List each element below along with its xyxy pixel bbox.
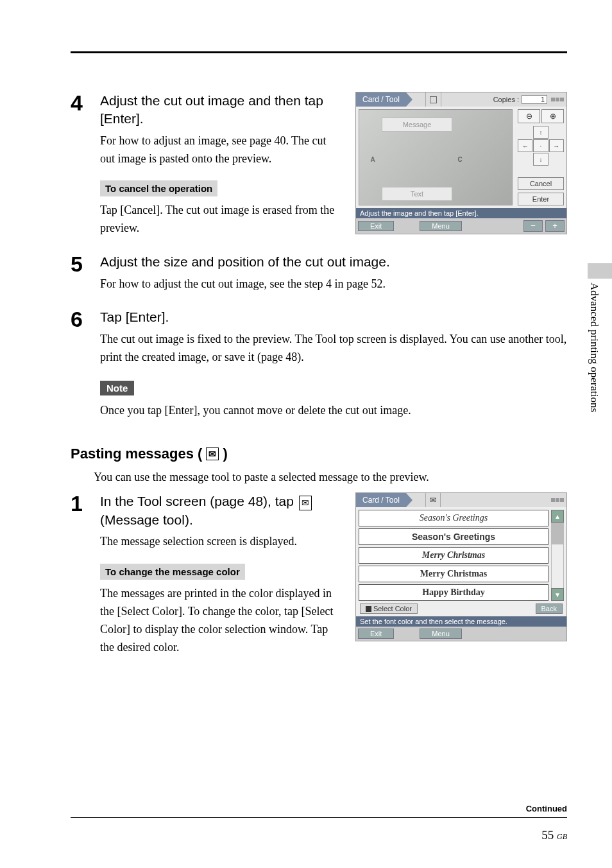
step-6-body: The cut out image is fixed to the previe… (100, 331, 567, 367)
pasting-heading-end: ) (223, 446, 227, 462)
page-number: 55 GB (71, 828, 567, 842)
pan-right-button[interactable]: → (549, 139, 564, 152)
cancel-button[interactable]: Cancel (518, 177, 564, 190)
pan-controls: ↑ ←·→ ↓ (518, 126, 564, 166)
minus-button[interactable]: − (523, 220, 543, 232)
cancel-heading: To cancel the operation (100, 180, 217, 196)
step-1b-title-b: (Message tool). (100, 512, 193, 527)
text-placeholder[interactable]: Text (382, 187, 452, 201)
note-label: Note (100, 381, 134, 395)
message-tool-icon-inline: ✉ (299, 496, 312, 510)
change-color-body: The messages are printed in the color di… (100, 585, 340, 657)
message-placeholder[interactable]: Message (382, 117, 452, 132)
message-tool-icon: ✉ (206, 447, 219, 460)
back-button[interactable]: Back (536, 603, 563, 614)
screenshot-adjust-image: Card / Tool Copies : 1 Message A C Text (355, 92, 567, 234)
plus-button[interactable]: + (545, 220, 565, 232)
ss2-tab[interactable]: Card / Tool (356, 493, 406, 507)
step-6-number: 6 (71, 308, 100, 426)
pasting-heading: Pasting messages ( ✉ ) (71, 446, 567, 462)
status-squares-icon (551, 98, 564, 101)
ss2-status-bar: Set the font color and then select the m… (356, 616, 566, 627)
list-item[interactable]: Merry Christmas (359, 547, 548, 564)
step-4-number: 4 (71, 92, 100, 244)
top-rule (71, 51, 567, 53)
step-5-body: For how to adjust the cut out image, see… (100, 275, 567, 293)
exit-button[interactable]: Exit (358, 629, 394, 639)
preview-area[interactable]: Message A C Text (359, 109, 513, 205)
copies-value[interactable]: 1 (522, 95, 547, 104)
scroll-down-button[interactable]: ▼ (551, 588, 564, 601)
tab-arrow-icon (406, 493, 412, 507)
zoom-out-button[interactable]: ⊖ (518, 109, 540, 123)
pan-center-button[interactable]: · (533, 139, 548, 152)
status-squares-icon (551, 498, 564, 502)
tab-arrow-icon (406, 92, 412, 107)
list-item[interactable]: Season's Greetings (359, 528, 548, 545)
step-1b-title-a: In the Tool screen (page 48), tap (100, 494, 298, 508)
scroll-track[interactable] (551, 523, 564, 588)
select-color-button[interactable]: Select Color (360, 603, 418, 614)
step-4-title: Adjust the cut out image and then tap [E… (100, 92, 340, 128)
step-1b-number: 1 (71, 492, 100, 663)
list-item[interactable]: Merry Christmas (359, 566, 548, 582)
step-5-title: Adjust the size and position of the cut … (100, 253, 567, 271)
menu-button[interactable]: Menu (420, 221, 462, 231)
page-number-value: 55 (541, 828, 554, 842)
continued-label: Continued (71, 804, 567, 818)
list-item[interactable]: Season's Greetings (359, 510, 548, 526)
list-item[interactable]: Happy Birthday (359, 584, 548, 601)
select-color-label: Select Color (373, 605, 412, 612)
message-icon: ✉ (425, 493, 441, 507)
menu-button[interactable]: Menu (420, 629, 462, 639)
handle-c[interactable]: C (455, 155, 464, 164)
scroll-up-button[interactable]: ▲ (551, 510, 564, 523)
step-1b-title: In the Tool screen (page 48), tap ✉ (Mes… (100, 492, 340, 529)
pasting-intro: You can use the message tool to paste a … (94, 469, 567, 487)
step-4-body: For how to adjust an image, see page 40.… (100, 132, 340, 168)
color-swatch-icon (366, 606, 371, 612)
pan-up-button[interactable]: ↑ (533, 126, 548, 139)
change-color-heading: To change the message color (100, 564, 245, 580)
note-body: Once you tap [Enter], you cannot move or… (100, 402, 567, 420)
exit-button[interactable]: Exit (358, 221, 394, 231)
pasting-heading-text: Pasting messages ( (71, 446, 202, 462)
step-5-number: 5 (71, 253, 100, 299)
footer: Continued 55 GB (71, 804, 567, 842)
copies-group: Copies : 1 (493, 92, 566, 107)
screenshot-message-list: Card / Tool ✉ Season's Greetings Season'… (355, 492, 567, 641)
pan-down-button[interactable]: ↓ (533, 153, 548, 166)
copies-label: Copies : (493, 96, 519, 103)
step-6-title: Tap [Enter]. (100, 308, 567, 326)
scrollbar[interactable]: ▲ ▼ (551, 510, 564, 601)
cancel-body: Tap [Cancel]. The cut out image is erase… (100, 202, 340, 238)
ss1-tab[interactable]: Card / Tool (356, 92, 406, 107)
scroll-thumb[interactable] (552, 523, 563, 544)
enter-button[interactable]: Enter (518, 193, 564, 205)
ss1-status-bar: Adjust the image and then tap [Enter]. (356, 208, 566, 218)
card-icon (425, 92, 441, 107)
handle-a[interactable]: A (368, 155, 377, 164)
page-number-suffix: GB (557, 832, 567, 841)
zoom-in-button[interactable]: ⊕ (541, 109, 564, 123)
step-1b-body: The message selection screen is displaye… (100, 533, 340, 551)
pan-left-button[interactable]: ← (518, 139, 532, 152)
